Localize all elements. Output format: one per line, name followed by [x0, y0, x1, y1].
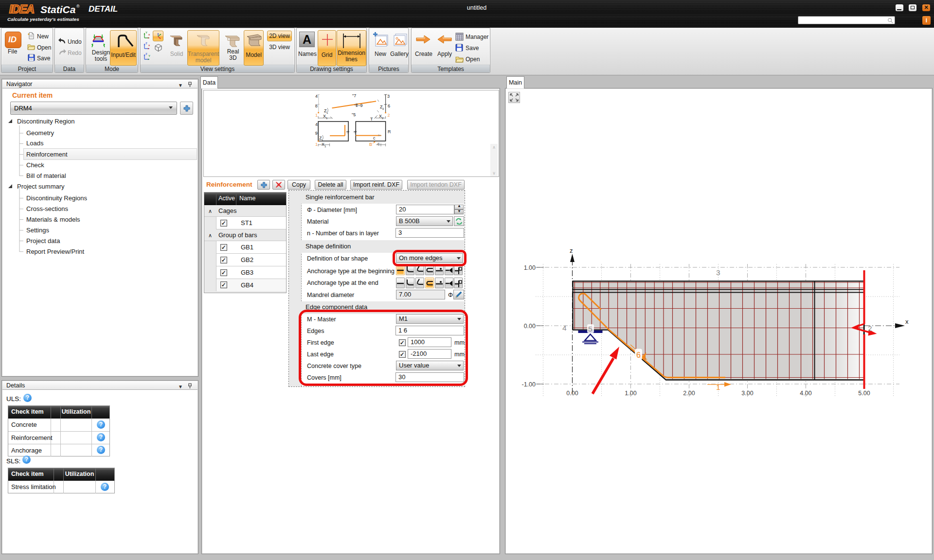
svg-text:4: 4	[315, 94, 318, 99]
svg-text:Y: Y	[148, 54, 150, 57]
svg-text:1.00: 1.00	[524, 264, 536, 271]
svg-text:c: c	[377, 141, 380, 146]
svg-text:4: 4	[315, 122, 318, 127]
svg-text:3: 3	[387, 94, 390, 99]
svg-text:"7: "7	[352, 93, 356, 98]
svg-text:1: 1	[324, 145, 326, 148]
svg-text:0.00: 0.00	[524, 323, 536, 330]
svg-text:x: x	[905, 318, 909, 325]
svg-text:IDEA: IDEA	[9, 3, 34, 16]
svg-text:8: 8	[315, 104, 318, 108]
svg-text:1: 1	[716, 383, 720, 391]
svg-text:-1.00: -1.00	[522, 381, 536, 388]
svg-text:3.00: 3.00	[741, 390, 753, 397]
svg-text:T: T	[370, 117, 373, 122]
svg-text:2: 2	[388, 113, 390, 118]
svg-text:Y: Y	[145, 32, 147, 34]
svg-text:B: B	[369, 142, 372, 147]
svg-text:z: z	[570, 247, 573, 254]
svg-text:Z: Z	[145, 53, 147, 55]
svg-text:2: 2	[868, 324, 872, 332]
svg-text:3: 3	[716, 268, 720, 277]
svg-text:1: 1	[315, 113, 318, 118]
svg-text:1.00: 1.00	[625, 390, 636, 397]
svg-text:4: 4	[562, 324, 567, 332]
svg-text:x: x	[148, 44, 150, 47]
svg-text:®: ®	[76, 4, 80, 9]
svg-text:1: 1	[326, 111, 328, 114]
svg-text:6: 6	[388, 104, 390, 108]
svg-text:R: R	[388, 129, 391, 134]
svg-text:"5: "5	[352, 112, 356, 117]
svg-text:2.00: 2.00	[683, 390, 695, 397]
svg-text:5: 5	[588, 325, 593, 333]
svg-text:Ⅱ–9: Ⅱ–9	[356, 103, 362, 108]
svg-text:Z: Z	[145, 42, 147, 45]
svg-text:6: 6	[636, 351, 641, 359]
svg-text:1: 1	[315, 142, 318, 147]
svg-text:2: 2	[382, 107, 384, 110]
svg-text:x: x	[148, 33, 150, 36]
svg-text:5.00: 5.00	[858, 390, 870, 397]
svg-text:9: 9	[315, 131, 318, 136]
svg-text:4.00: 4.00	[800, 390, 811, 397]
svg-text:StatiCa: StatiCa	[40, 4, 76, 15]
svg-text:c: c	[373, 136, 376, 140]
